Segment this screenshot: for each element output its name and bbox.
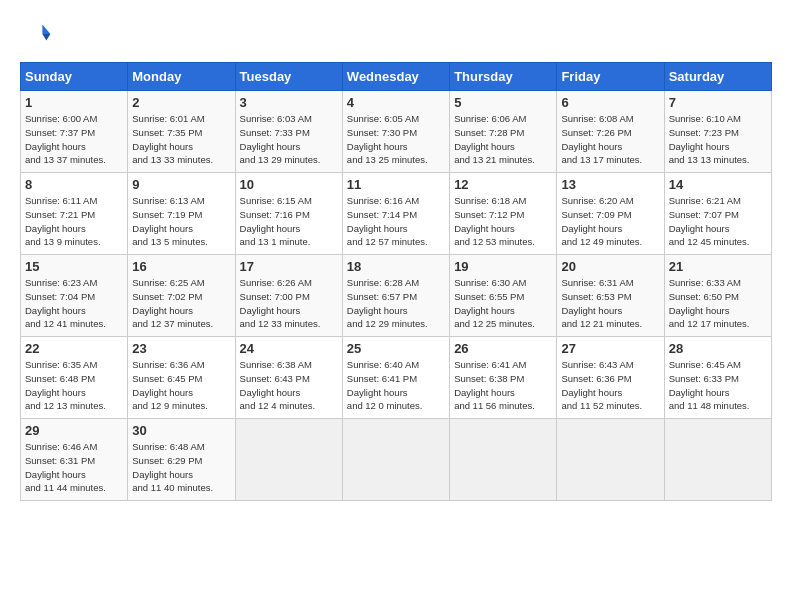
calendar-cell: 3 Sunrise: 6:03 AMSunset: 7:33 PMDayligh… xyxy=(235,91,342,173)
calendar-cell: 12 Sunrise: 6:18 AMSunset: 7:12 PMDaylig… xyxy=(450,173,557,255)
day-number: 27 xyxy=(561,341,659,356)
col-wednesday: Wednesday xyxy=(342,63,449,91)
calendar-cell: 26 Sunrise: 6:41 AMSunset: 6:38 PMDaylig… xyxy=(450,337,557,419)
day-number: 9 xyxy=(132,177,230,192)
day-number: 26 xyxy=(454,341,552,356)
page: SundayMondayTuesdayWednesdayThursdayFrid… xyxy=(0,0,792,511)
calendar-body: 1 Sunrise: 6:00 AMSunset: 7:37 PMDayligh… xyxy=(21,91,772,501)
calendar-cell: 22 Sunrise: 6:35 AMSunset: 6:48 PMDaylig… xyxy=(21,337,128,419)
day-number: 25 xyxy=(347,341,445,356)
col-friday: Friday xyxy=(557,63,664,91)
calendar-cell xyxy=(342,419,449,501)
cell-text: Sunrise: 6:25 AMSunset: 7:02 PMDaylight … xyxy=(132,277,213,329)
calendar-cell: 14 Sunrise: 6:21 AMSunset: 7:07 PMDaylig… xyxy=(664,173,771,255)
day-number: 23 xyxy=(132,341,230,356)
day-number: 28 xyxy=(669,341,767,356)
cell-text: Sunrise: 6:43 AMSunset: 6:36 PMDaylight … xyxy=(561,359,642,411)
day-number: 10 xyxy=(240,177,338,192)
cell-text: Sunrise: 6:03 AMSunset: 7:33 PMDaylight … xyxy=(240,113,321,165)
day-number: 24 xyxy=(240,341,338,356)
calendar-cell: 23 Sunrise: 6:36 AMSunset: 6:45 PMDaylig… xyxy=(128,337,235,419)
calendar-cell: 4 Sunrise: 6:05 AMSunset: 7:30 PMDayligh… xyxy=(342,91,449,173)
calendar-cell: 18 Sunrise: 6:28 AMSunset: 6:57 PMDaylig… xyxy=(342,255,449,337)
day-number: 5 xyxy=(454,95,552,110)
calendar-cell: 17 Sunrise: 6:26 AMSunset: 7:00 PMDaylig… xyxy=(235,255,342,337)
logo xyxy=(20,18,56,50)
day-number: 7 xyxy=(669,95,767,110)
cell-text: Sunrise: 6:23 AMSunset: 7:04 PMDaylight … xyxy=(25,277,106,329)
day-number: 2 xyxy=(132,95,230,110)
col-thursday: Thursday xyxy=(450,63,557,91)
cell-text: Sunrise: 6:11 AMSunset: 7:21 PMDaylight … xyxy=(25,195,101,247)
cell-text: Sunrise: 6:28 AMSunset: 6:57 PMDaylight … xyxy=(347,277,428,329)
cell-text: Sunrise: 6:08 AMSunset: 7:26 PMDaylight … xyxy=(561,113,642,165)
day-number: 30 xyxy=(132,423,230,438)
cell-text: Sunrise: 6:06 AMSunset: 7:28 PMDaylight … xyxy=(454,113,535,165)
col-monday: Monday xyxy=(128,63,235,91)
cell-text: Sunrise: 6:41 AMSunset: 6:38 PMDaylight … xyxy=(454,359,535,411)
day-number: 13 xyxy=(561,177,659,192)
day-number: 15 xyxy=(25,259,123,274)
cell-text: Sunrise: 6:35 AMSunset: 6:48 PMDaylight … xyxy=(25,359,106,411)
calendar-cell: 30 Sunrise: 6:48 AMSunset: 6:29 PMDaylig… xyxy=(128,419,235,501)
cell-text: Sunrise: 6:26 AMSunset: 7:00 PMDaylight … xyxy=(240,277,321,329)
day-number: 17 xyxy=(240,259,338,274)
day-number: 12 xyxy=(454,177,552,192)
col-saturday: Saturday xyxy=(664,63,771,91)
cell-text: Sunrise: 6:00 AMSunset: 7:37 PMDaylight … xyxy=(25,113,106,165)
cell-text: Sunrise: 6:36 AMSunset: 6:45 PMDaylight … xyxy=(132,359,208,411)
cell-text: Sunrise: 6:15 AMSunset: 7:16 PMDaylight … xyxy=(240,195,312,247)
cell-text: Sunrise: 6:40 AMSunset: 6:41 PMDaylight … xyxy=(347,359,423,411)
cell-text: Sunrise: 6:38 AMSunset: 6:43 PMDaylight … xyxy=(240,359,316,411)
cell-text: Sunrise: 6:33 AMSunset: 6:50 PMDaylight … xyxy=(669,277,750,329)
calendar-header: SundayMondayTuesdayWednesdayThursdayFrid… xyxy=(21,63,772,91)
day-number: 16 xyxy=(132,259,230,274)
week-row-3: 15 Sunrise: 6:23 AMSunset: 7:04 PMDaylig… xyxy=(21,255,772,337)
day-number: 22 xyxy=(25,341,123,356)
cell-text: Sunrise: 6:31 AMSunset: 6:53 PMDaylight … xyxy=(561,277,642,329)
logo-icon xyxy=(20,18,52,50)
cell-text: Sunrise: 6:18 AMSunset: 7:12 PMDaylight … xyxy=(454,195,535,247)
calendar-cell: 7 Sunrise: 6:10 AMSunset: 7:23 PMDayligh… xyxy=(664,91,771,173)
col-tuesday: Tuesday xyxy=(235,63,342,91)
day-number: 20 xyxy=(561,259,659,274)
cell-text: Sunrise: 6:21 AMSunset: 7:07 PMDaylight … xyxy=(669,195,750,247)
svg-marker-1 xyxy=(42,34,50,40)
cell-text: Sunrise: 6:05 AMSunset: 7:30 PMDaylight … xyxy=(347,113,428,165)
calendar-cell xyxy=(450,419,557,501)
week-row-2: 8 Sunrise: 6:11 AMSunset: 7:21 PMDayligh… xyxy=(21,173,772,255)
week-row-4: 22 Sunrise: 6:35 AMSunset: 6:48 PMDaylig… xyxy=(21,337,772,419)
cell-text: Sunrise: 6:01 AMSunset: 7:35 PMDaylight … xyxy=(132,113,213,165)
day-number: 14 xyxy=(669,177,767,192)
calendar-cell xyxy=(664,419,771,501)
day-number: 3 xyxy=(240,95,338,110)
calendar-cell: 2 Sunrise: 6:01 AMSunset: 7:35 PMDayligh… xyxy=(128,91,235,173)
cell-text: Sunrise: 6:13 AMSunset: 7:19 PMDaylight … xyxy=(132,195,208,247)
calendar-cell: 6 Sunrise: 6:08 AMSunset: 7:26 PMDayligh… xyxy=(557,91,664,173)
day-number: 18 xyxy=(347,259,445,274)
day-number: 4 xyxy=(347,95,445,110)
day-number: 1 xyxy=(25,95,123,110)
calendar-cell: 15 Sunrise: 6:23 AMSunset: 7:04 PMDaylig… xyxy=(21,255,128,337)
calendar-cell: 24 Sunrise: 6:38 AMSunset: 6:43 PMDaylig… xyxy=(235,337,342,419)
header xyxy=(20,18,772,50)
calendar-cell: 1 Sunrise: 6:00 AMSunset: 7:37 PMDayligh… xyxy=(21,91,128,173)
week-row-5: 29 Sunrise: 6:46 AMSunset: 6:31 PMDaylig… xyxy=(21,419,772,501)
calendar-cell: 19 Sunrise: 6:30 AMSunset: 6:55 PMDaylig… xyxy=(450,255,557,337)
cell-text: Sunrise: 6:30 AMSunset: 6:55 PMDaylight … xyxy=(454,277,535,329)
cell-text: Sunrise: 6:10 AMSunset: 7:23 PMDaylight … xyxy=(669,113,750,165)
day-number: 19 xyxy=(454,259,552,274)
calendar-cell xyxy=(557,419,664,501)
calendar-cell: 20 Sunrise: 6:31 AMSunset: 6:53 PMDaylig… xyxy=(557,255,664,337)
calendar-cell xyxy=(235,419,342,501)
day-number: 11 xyxy=(347,177,445,192)
day-number: 6 xyxy=(561,95,659,110)
col-sunday: Sunday xyxy=(21,63,128,91)
cell-text: Sunrise: 6:46 AMSunset: 6:31 PMDaylight … xyxy=(25,441,106,493)
calendar-cell: 29 Sunrise: 6:46 AMSunset: 6:31 PMDaylig… xyxy=(21,419,128,501)
cell-text: Sunrise: 6:16 AMSunset: 7:14 PMDaylight … xyxy=(347,195,428,247)
calendar-cell: 5 Sunrise: 6:06 AMSunset: 7:28 PMDayligh… xyxy=(450,91,557,173)
calendar-cell: 28 Sunrise: 6:45 AMSunset: 6:33 PMDaylig… xyxy=(664,337,771,419)
calendar-cell: 13 Sunrise: 6:20 AMSunset: 7:09 PMDaylig… xyxy=(557,173,664,255)
calendar-cell: 10 Sunrise: 6:15 AMSunset: 7:16 PMDaylig… xyxy=(235,173,342,255)
